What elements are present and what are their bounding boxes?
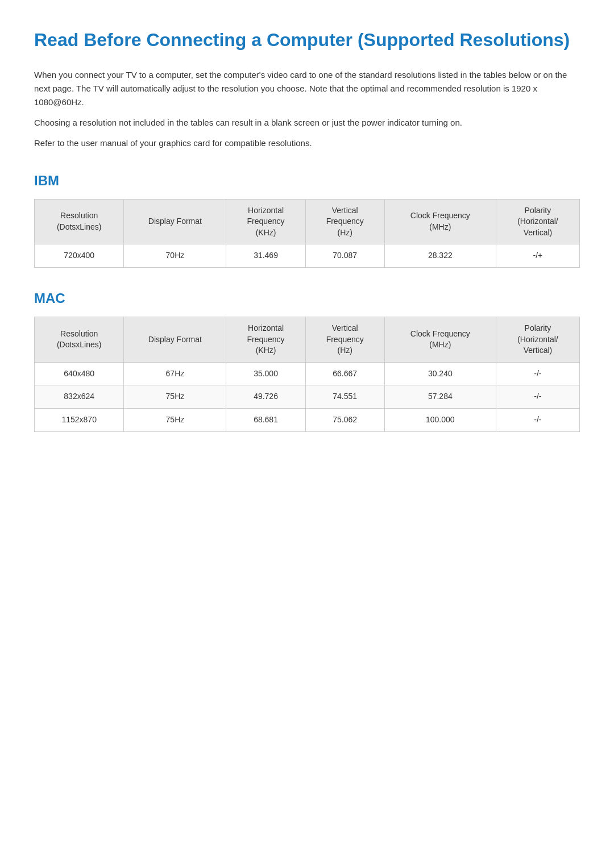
ibm-section-title: IBM	[34, 173, 580, 189]
cell-display-format: 75Hz	[124, 385, 226, 409]
cell-h-freq: 68.681	[226, 408, 305, 431]
mac-col-v-freq: VerticalFrequency(Hz)	[305, 317, 384, 362]
ibm-col-display-format: Display Format	[124, 199, 226, 244]
ibm-col-v-freq: VerticalFrequency(Hz)	[305, 199, 384, 244]
intro-paragraph-3: Refer to the user manual of your graphic…	[34, 136, 580, 150]
ibm-col-resolution: Resolution(DotsxLines)	[35, 199, 124, 244]
cell-h-freq: 35.000	[226, 362, 305, 385]
mac-col-resolution: Resolution(DotsxLines)	[35, 317, 124, 362]
mac-col-display-format: Display Format	[124, 317, 226, 362]
mac-section-title: MAC	[34, 290, 580, 306]
cell-polarity: -/-	[496, 408, 579, 431]
mac-table-header-row: Resolution(DotsxLines) Display Format Ho…	[35, 317, 580, 362]
table-row: 640x480 67Hz 35.000 66.667 30.240 -/-	[35, 362, 580, 385]
cell-resolution: 640x480	[35, 362, 124, 385]
mac-section: MAC Resolution(DotsxLines) Display Forma…	[34, 290, 580, 432]
cell-clock-freq: 100.000	[384, 408, 496, 431]
cell-resolution: 720x400	[35, 244, 124, 268]
cell-h-freq: 31.469	[226, 244, 305, 268]
mac-col-clock-freq: Clock Frequency(MHz)	[384, 317, 496, 362]
ibm-col-clock-freq: Clock Frequency(MHz)	[384, 199, 496, 244]
cell-v-freq: 66.667	[305, 362, 384, 385]
ibm-table: Resolution(DotsxLines) Display Format Ho…	[34, 199, 580, 268]
cell-polarity: -/-	[496, 362, 579, 385]
intro-paragraph-2: Choosing a resolution not included in th…	[34, 116, 580, 130]
cell-display-format: 75Hz	[124, 408, 226, 431]
cell-v-freq: 75.062	[305, 408, 384, 431]
cell-clock-freq: 30.240	[384, 362, 496, 385]
mac-table: Resolution(DotsxLines) Display Format Ho…	[34, 317, 580, 432]
table-row: 832x624 75Hz 49.726 74.551 57.284 -/-	[35, 385, 580, 409]
cell-polarity: -/-	[496, 385, 579, 409]
intro-section: When you connect your TV to a computer, …	[34, 68, 580, 150]
intro-paragraph-1: When you connect your TV to a computer, …	[34, 68, 580, 109]
cell-v-freq: 70.087	[305, 244, 384, 268]
cell-display-format: 67Hz	[124, 362, 226, 385]
ibm-col-polarity: Polarity(Horizontal/Vertical)	[496, 199, 579, 244]
ibm-section: IBM Resolution(DotsxLines) Display Forma…	[34, 173, 580, 268]
cell-h-freq: 49.726	[226, 385, 305, 409]
ibm-col-h-freq: HorizontalFrequency(KHz)	[226, 199, 305, 244]
cell-display-format: 70Hz	[124, 244, 226, 268]
table-row: 1152x870 75Hz 68.681 75.062 100.000 -/-	[35, 408, 580, 431]
cell-polarity: -/+	[496, 244, 579, 268]
cell-resolution: 1152x870	[35, 408, 124, 431]
mac-col-h-freq: HorizontalFrequency(KHz)	[226, 317, 305, 362]
table-row: 720x400 70Hz 31.469 70.087 28.322 -/+	[35, 244, 580, 268]
mac-col-polarity: Polarity(Horizontal/Vertical)	[496, 317, 579, 362]
ibm-table-header-row: Resolution(DotsxLines) Display Format Ho…	[35, 199, 580, 244]
cell-resolution: 832x624	[35, 385, 124, 409]
cell-v-freq: 74.551	[305, 385, 384, 409]
cell-clock-freq: 57.284	[384, 385, 496, 409]
cell-clock-freq: 28.322	[384, 244, 496, 268]
page-title: Read Before Connecting a Computer (Suppo…	[34, 28, 580, 52]
